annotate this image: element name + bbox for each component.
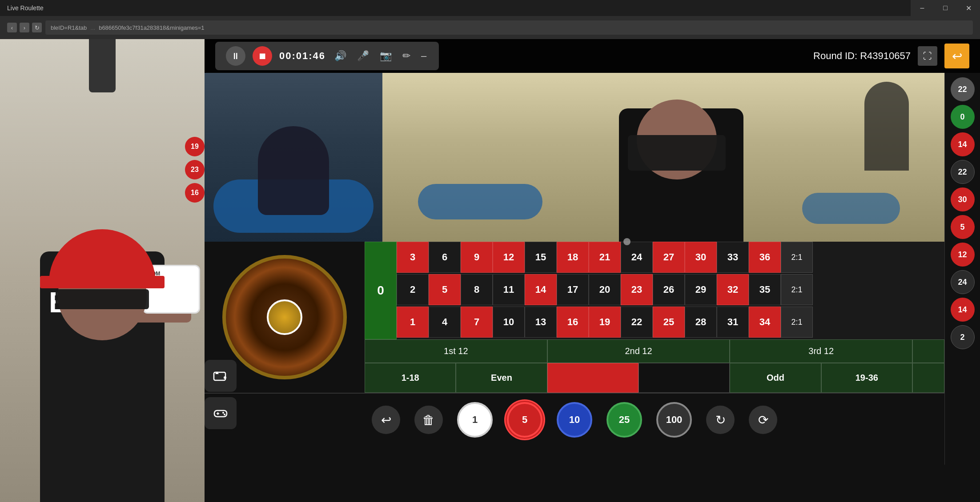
- num-25[interactable]: 25: [653, 307, 685, 338]
- bet-odd[interactable]: Odd: [730, 363, 821, 393]
- chip-25[interactable]: 25: [606, 402, 642, 438]
- dozen-3rd[interactable]: 3rd 12: [730, 339, 912, 363]
- num-3[interactable]: 3: [397, 242, 429, 273]
- num-8[interactable]: 8: [461, 274, 493, 305]
- minus-icon[interactable]: –: [421, 50, 426, 62]
- browser-nav-controls[interactable]: ‹ › ↻: [7, 23, 42, 32]
- stop-button[interactable]: ⏹: [253, 46, 272, 66]
- num-35[interactable]: 35: [749, 274, 781, 305]
- num-20[interactable]: 20: [589, 274, 621, 305]
- num-22[interactable]: 22: [621, 307, 653, 338]
- num-9[interactable]: 9: [461, 242, 493, 273]
- num-30[interactable]: 30: [685, 242, 717, 273]
- num-36[interactable]: 36: [749, 242, 781, 273]
- nav-back[interactable]: ‹: [7, 23, 17, 32]
- num-5[interactable]: 5: [429, 274, 461, 305]
- minimize-button[interactable]: –: [911, 0, 934, 16]
- mic-icon[interactable]: 🎤: [357, 50, 369, 62]
- num-13[interactable]: 13: [525, 307, 557, 338]
- bet-black[interactable]: [639, 363, 730, 393]
- nav-forward[interactable]: ›: [20, 23, 29, 32]
- zero-cell[interactable]: 0: [365, 242, 397, 339]
- 2to1-mid[interactable]: 2:1: [781, 274, 813, 305]
- dozen-1st[interactable]: 1st 12: [365, 339, 547, 363]
- address-bar[interactable]: bleID=R1&tab ... b686650fe3c7f31a283818&…: [45, 20, 973, 35]
- undo-button[interactable]: ↩: [372, 406, 400, 434]
- pause-button[interactable]: ⏸: [226, 46, 245, 66]
- num-32[interactable]: 32: [717, 274, 749, 305]
- redo-button[interactable]: ↻: [706, 406, 735, 434]
- num-6[interactable]: 6: [429, 242, 461, 273]
- game-area: ⏸ ⏹ 00:01:46 🔊 🎤 📷 ✏ – Round ID: R439106…: [205, 39, 980, 502]
- person-container: BEAST MOM: [22, 185, 182, 502]
- num-18[interactable]: 18: [557, 242, 589, 273]
- wheel-inner: [267, 299, 302, 335]
- svg-point-6: [222, 412, 224, 414]
- outside-spacer: [912, 363, 944, 393]
- history-num-14b: 14: [951, 298, 975, 322]
- cap-brim: [40, 276, 165, 288]
- num-24[interactable]: 24: [621, 242, 653, 273]
- dealer-mask: [628, 135, 726, 171]
- controller-button[interactable]: [205, 397, 237, 429]
- svg-rect-3: [214, 410, 227, 417]
- num-14[interactable]: 14: [525, 274, 557, 305]
- num-28[interactable]: 28: [685, 307, 717, 338]
- window-controls[interactable]: – □ ✕: [911, 0, 980, 16]
- dozen-2nd[interactable]: 2nd 12: [547, 339, 730, 363]
- num-29[interactable]: 29: [685, 274, 717, 305]
- num-23[interactable]: 23: [621, 274, 653, 305]
- num-26[interactable]: 26: [653, 274, 685, 305]
- bet-red[interactable]: [547, 363, 639, 393]
- webcam-panel: BEAST MOM 19 23 16: [0, 39, 205, 502]
- chip-10[interactable]: 10: [557, 402, 592, 438]
- num-15[interactable]: 15: [525, 242, 557, 273]
- num-10[interactable]: 10: [493, 307, 525, 338]
- 2to1-bot[interactable]: 2:1: [781, 307, 813, 338]
- bg-table-1: [418, 184, 542, 219]
- num-19[interactable]: 19: [589, 307, 621, 338]
- audio-icon[interactable]: 🔊: [334, 50, 346, 62]
- chip-100[interactable]: 100: [656, 402, 692, 438]
- repeat-button[interactable]: ⟳: [749, 406, 777, 434]
- clear-button[interactable]: 🗑: [414, 406, 443, 434]
- roulette-section: 0 3 6 9 12 15 18 21 24 27: [205, 242, 944, 393]
- history-num-5: 5: [951, 215, 975, 239]
- side-icons[interactable]: [205, 360, 237, 429]
- num-21[interactable]: 21: [589, 242, 621, 273]
- num-12[interactable]: 12: [493, 242, 525, 273]
- num-1[interactable]: 1: [397, 307, 429, 338]
- num-34[interactable]: 34: [749, 307, 781, 338]
- maximize-button[interactable]: □: [934, 0, 957, 16]
- timer-display: 00:01:46: [279, 50, 325, 62]
- expand-button[interactable]: ⛶: [918, 46, 937, 66]
- bet-even[interactable]: Even: [456, 363, 547, 393]
- back-button[interactable]: ↩: [944, 44, 969, 68]
- close-button[interactable]: ✕: [957, 0, 980, 16]
- video-left: [205, 73, 382, 242]
- dozen-row: 1st 12 2nd 12 3rd 12: [365, 339, 944, 363]
- nav-refresh[interactable]: ↻: [32, 23, 42, 32]
- history-num-30: 30: [951, 187, 975, 211]
- bet-19-36[interactable]: 19-36: [821, 363, 912, 393]
- chip-5[interactable]: 5: [507, 402, 542, 438]
- bet-1-18[interactable]: 1-18: [365, 363, 456, 393]
- num-16[interactable]: 16: [557, 307, 589, 338]
- num-27[interactable]: 27: [653, 242, 685, 273]
- num-2[interactable]: 2: [397, 274, 429, 305]
- num-7[interactable]: 7: [461, 307, 493, 338]
- num-11[interactable]: 11: [493, 274, 525, 305]
- browser-bar: ‹ › ↻ bleID=R1&tab ... b686650fe3c7f31a2…: [0, 16, 980, 39]
- badge-19: 19: [185, 137, 205, 156]
- 2to1-top[interactable]: 2:1: [781, 242, 813, 273]
- svg-point-1: [224, 376, 226, 379]
- chip-1[interactable]: 1: [457, 402, 493, 438]
- num-31[interactable]: 31: [717, 307, 749, 338]
- pen-icon[interactable]: ✏: [402, 50, 410, 62]
- num-4[interactable]: 4: [429, 307, 461, 338]
- num-33[interactable]: 33: [717, 242, 749, 273]
- betting-grid[interactable]: 0 3 6 9 12 15 18 21 24 27: [365, 242, 944, 393]
- num-17[interactable]: 17: [557, 274, 589, 305]
- camera-feed-button[interactable]: [205, 360, 237, 392]
- camera-icon-ctrl[interactable]: 📷: [380, 50, 392, 62]
